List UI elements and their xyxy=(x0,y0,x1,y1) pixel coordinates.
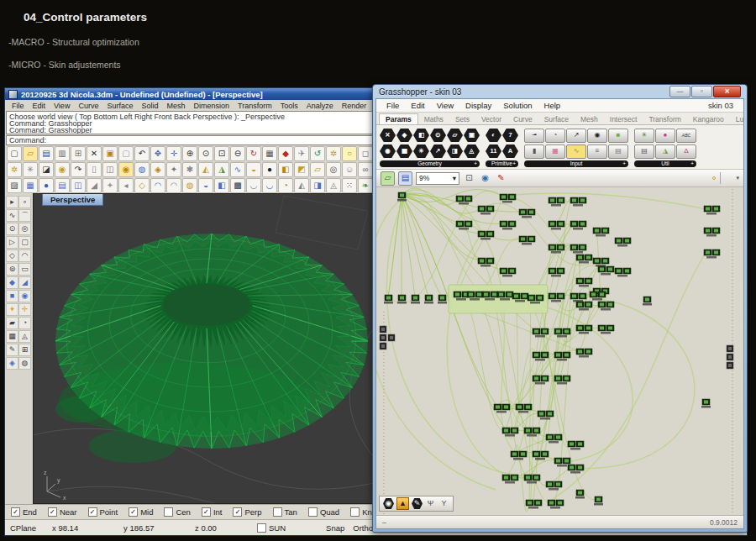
gene-pool-icon[interactable]: ∿ xyxy=(566,144,586,159)
surface-param-icon[interactable]: ◨ xyxy=(447,144,463,158)
twisted-box-param-icon[interactable]: ◬ xyxy=(464,144,480,158)
twist-icon[interactable]: ◬ xyxy=(326,178,341,193)
grid-snap-icon[interactable]: ⊞ xyxy=(18,344,31,356)
number-param-icon[interactable]: 7 xyxy=(502,129,518,142)
osnap-mid[interactable]: ✓Mid xyxy=(129,507,153,517)
maximize-button[interactable]: ▫ xyxy=(691,86,712,97)
rhino-menu-solid[interactable]: Solid xyxy=(137,102,162,110)
viewport-tab-perspective[interactable]: Perspective xyxy=(42,194,103,206)
osnap-near[interactable]: ✓Near xyxy=(48,507,77,517)
colour-swatch-icon[interactable]: ■ xyxy=(608,129,628,143)
sun-checkbox[interactable] xyxy=(257,523,266,533)
status-sun[interactable]: SUN xyxy=(257,523,286,533)
dot-black-icon[interactable]: ● xyxy=(262,162,277,177)
save-file-icon[interactable]: ▤ xyxy=(39,146,54,161)
zoom-extents-icon[interactable]: ⊡ xyxy=(463,172,475,185)
osnap-checkbox[interactable] xyxy=(273,507,282,517)
arc-1-icon[interactable]: ◠ xyxy=(150,178,165,193)
box-solid-icon[interactable]: ◫ xyxy=(71,178,86,193)
gh-tab-kangaroo[interactable]: Kangaroo xyxy=(687,114,730,124)
gh-tab-mesh[interactable]: Mesh xyxy=(575,114,604,124)
rhino-menu-curve[interactable]: Curve xyxy=(74,102,102,110)
number-slider-icon[interactable]: ╼ xyxy=(524,129,544,143)
tree-view-icon[interactable]: ✳ xyxy=(634,129,654,143)
smile-icon[interactable]: ☺ xyxy=(342,162,357,177)
legend-icon[interactable]: ▤ xyxy=(634,144,654,159)
car-icon[interactable]: ◆ xyxy=(278,146,293,161)
gh-tab-maths[interactable]: Maths xyxy=(418,114,449,124)
plane-param-icon[interactable]: ▱ xyxy=(447,129,463,142)
curve-cv-icon[interactable]: ⌒ xyxy=(18,209,31,222)
offset-icon[interactable]: ▭ xyxy=(18,263,31,276)
osnap-checkbox[interactable] xyxy=(308,507,318,517)
curve-param-icon[interactable]: ◉ xyxy=(380,144,396,158)
select-arrow-icon[interactable]: ▸ xyxy=(6,196,18,208)
sphere-solid-icon[interactable]: ● xyxy=(39,178,54,193)
box-icon[interactable]: ■ xyxy=(6,290,18,302)
brep-param-icon[interactable]: ◧ xyxy=(413,129,429,142)
gh-tab-transform[interactable]: Transform xyxy=(643,114,686,124)
clock-icon[interactable]: ◔ xyxy=(545,129,565,143)
value-list-icon[interactable]: ▤ xyxy=(608,144,628,159)
cut-icon[interactable]: ✕ xyxy=(87,146,102,161)
new-file-icon[interactable]: ▢ xyxy=(7,146,22,161)
palette-group-label[interactable]: Geometry+ xyxy=(380,160,480,167)
cube-blue-icon[interactable]: ◨ xyxy=(310,178,325,193)
polyline-icon[interactable]: ∿ xyxy=(6,209,18,222)
point-cloud-icon[interactable]: ✳ xyxy=(23,162,38,177)
zoom-level-select[interactable]: 9%▾ xyxy=(416,172,459,185)
gh-menu-edit[interactable]: Edit xyxy=(405,101,430,110)
text-tag-icon[interactable]: ABC xyxy=(676,129,696,143)
plane-cut-icon[interactable]: ◭ xyxy=(294,178,309,193)
move-icon[interactable]: ✛ xyxy=(166,146,181,161)
minimize-button[interactable]: — xyxy=(669,86,690,97)
polygon-icon[interactable]: ▷ xyxy=(6,236,18,249)
curve-wave-icon[interactable]: ∿ xyxy=(230,162,245,177)
palette-group-label[interactable]: Primitive+ xyxy=(486,160,518,167)
osnap-checkbox[interactable]: ✓ xyxy=(88,507,97,517)
knob-icon[interactable]: ▮ xyxy=(524,144,544,159)
leaf-icon[interactable]: ❧ xyxy=(358,178,373,193)
slab-icon[interactable]: ▤ xyxy=(55,178,70,193)
solid-union-icon[interactable]: ▦ xyxy=(23,178,38,193)
gh-tab-intersect[interactable]: Intersect xyxy=(604,114,643,124)
surface-corner-icon[interactable]: ◆ xyxy=(6,276,18,289)
zoom-in-icon[interactable]: ⊕ xyxy=(182,146,197,161)
point-grid-icon[interactable]: ✲ xyxy=(7,162,22,177)
zoom-target-icon[interactable]: ⊡ xyxy=(214,146,229,161)
gh-menu-display[interactable]: Display xyxy=(459,101,497,110)
arc-2-icon[interactable]: ◠ xyxy=(166,178,181,193)
shield-icon[interactable]: ◈ xyxy=(150,162,165,177)
zoom-window-icon[interactable]: ⊙ xyxy=(198,146,213,161)
array-icon[interactable]: ▦ xyxy=(6,330,18,343)
osnap-quad[interactable]: Quad xyxy=(308,507,339,517)
box-param-icon[interactable]: ▣ xyxy=(464,129,480,142)
osnap-checkbox[interactable]: ✓ xyxy=(129,507,138,517)
osnap-point[interactable]: ✓Point xyxy=(88,507,118,517)
fillet-icon[interactable]: ⊚ xyxy=(6,263,18,276)
blob-icon[interactable]: ◒ xyxy=(246,162,261,177)
sphere-yellow-icon[interactable]: ◉ xyxy=(118,162,134,177)
rhino-menu-edit[interactable]: Edit xyxy=(29,102,50,110)
flag-icon[interactable]: ◮ xyxy=(214,162,229,177)
md-slider-icon[interactable]: ▦ xyxy=(545,144,565,159)
osnap-perp[interactable]: ✓Perp xyxy=(233,507,261,517)
pipe-u-icon[interactable]: ◡ xyxy=(246,178,261,193)
status-y[interactable]: y 186.57 xyxy=(123,523,195,533)
graph-mapper-icon[interactable]: ↗ xyxy=(566,129,586,143)
geometry-param-icon[interactable]: ◈ xyxy=(396,129,412,142)
fold-icon[interactable]: ◧ xyxy=(278,162,293,177)
rhino-menu-file[interactable]: File xyxy=(8,102,29,110)
copy-icon[interactable]: ⊞ xyxy=(71,146,86,161)
status-cplane[interactable]: CPlane xyxy=(10,523,52,533)
osnap-tan[interactable]: Tan xyxy=(273,507,297,517)
circle-param-icon[interactable]: ✕ xyxy=(380,129,396,142)
gh-menu-solution[interactable]: Solution xyxy=(497,101,538,110)
spiral-icon[interactable]: ◎ xyxy=(326,162,341,177)
osnap-checkbox[interactable] xyxy=(164,507,173,517)
circle-center-icon[interactable]: ⊙ xyxy=(6,223,18,235)
status-ortho[interactable]: Ortho xyxy=(353,523,373,533)
gumball-icon[interactable]: ◬ xyxy=(18,330,31,343)
close-button[interactable]: ✕ xyxy=(713,86,741,97)
palette-group-label[interactable]: Util+ xyxy=(634,160,696,167)
